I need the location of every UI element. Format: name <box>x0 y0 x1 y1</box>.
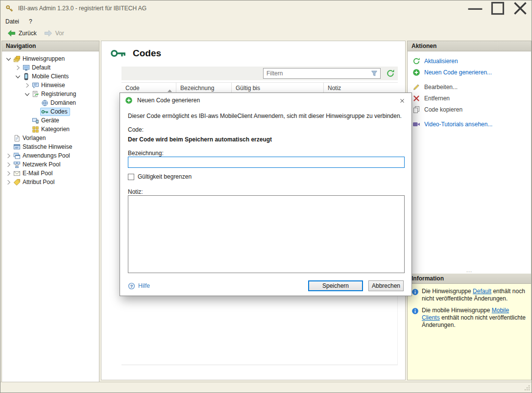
filter-bar <box>121 67 398 80</box>
action-aktualisieren[interactable]: Aktualisieren <box>412 55 531 67</box>
column-header-code[interactable]: Code <box>121 83 176 93</box>
registration-icon <box>32 91 39 98</box>
template-icon <box>13 135 21 142</box>
help-link[interactable]: ? Hilfe <box>128 282 150 290</box>
page-title: Codes <box>133 48 161 59</box>
notiz-textarea[interactable] <box>128 195 405 273</box>
tree-item-label: Domänen <box>50 99 76 106</box>
information-list: Die Hinweisgruppe Default enthält noch n… <box>408 284 531 380</box>
tree-item-content[interactable]: Domänen <box>40 99 78 107</box>
navigation-toolbar: Zurück Vor <box>0 27 532 40</box>
tree-item-content[interactable]: Hinweisgruppen <box>12 55 67 63</box>
chevron-down-icon[interactable] <box>5 55 12 63</box>
tree-item-content[interactable]: Mobile Clients <box>22 72 71 81</box>
action-label: Code kopieren <box>424 106 462 113</box>
tree-item-content[interactable]: E-Mail Pool <box>12 169 55 178</box>
tree-item-content[interactable]: Kategorien <box>31 125 72 134</box>
chevron-down-icon[interactable] <box>14 73 22 80</box>
chevron-right-icon[interactable] <box>5 170 12 177</box>
tree-item-registrierung[interactable]: Registrierung <box>2 90 99 98</box>
attribute-icon <box>13 179 21 186</box>
code-value: Der Code wird beim Speichern automatisch… <box>128 136 272 143</box>
tree-item-vorlagen[interactable]: Vorlagen <box>2 134 99 142</box>
edit-icon <box>412 83 420 91</box>
tree-item-statische-hinweise[interactable]: Statische Hinweise <box>2 142 99 151</box>
filter-input[interactable] <box>264 70 370 77</box>
tree-item-content[interactable]: Vorlagen <box>12 134 48 142</box>
key-icon <box>41 108 48 116</box>
info-icon <box>411 307 419 315</box>
info-link-default[interactable]: Default <box>473 288 491 295</box>
code-label: Code: <box>128 126 144 133</box>
chevron-right-icon[interactable] <box>5 161 12 168</box>
chevron-down-icon[interactable] <box>24 91 31 98</box>
chevron-right-icon[interactable] <box>5 152 12 160</box>
tree-item-codes[interactable]: Codes <box>2 107 99 116</box>
chevron-spacer <box>24 117 31 124</box>
column-header-bezeichnung[interactable]: Bezeichnung <box>176 83 232 93</box>
tree-item-geräte[interactable]: Geräte <box>2 116 99 125</box>
minimize-button[interactable] <box>464 0 486 16</box>
column-header-label: Code <box>125 85 140 92</box>
tree-item-kategorien[interactable]: Kategorien <box>2 125 99 134</box>
tree-item-hinweise[interactable]: Hinweise <box>2 81 99 90</box>
validity-checkbox[interactable] <box>128 174 134 180</box>
tree-item-e-mail-pool[interactable]: E-Mail Pool <box>2 169 99 178</box>
info-icon <box>411 288 419 296</box>
maximize-button[interactable] <box>486 0 509 16</box>
dialog-footer: ? Hilfe Speichern Abbrechen <box>128 280 404 292</box>
action-label: Aktualisieren <box>424 58 458 65</box>
codes-key-icon <box>110 48 126 59</box>
forward-button[interactable]: Vor <box>40 28 68 38</box>
info-text: Die mobile Hinweisgruppe Mobile Clients … <box>422 307 527 329</box>
tree-item-content[interactable]: Netzwerk Pool <box>12 161 63 169</box>
save-button[interactable]: Speichern <box>308 280 363 291</box>
chevron-right-icon[interactable] <box>24 82 31 89</box>
panel-splitter[interactable]: ... <box>408 268 531 272</box>
action-neuen-code-generieren[interactable]: Neuen Code generieren... <box>412 67 531 78</box>
funnel-icon[interactable] <box>370 69 378 77</box>
chevron-spacer <box>33 99 40 107</box>
tree-item-default[interactable]: Default <box>2 63 99 72</box>
tree-item-content[interactable]: Registrierung <box>31 90 78 98</box>
tree-item-anwendungs-pool[interactable]: Anwendungs Pool <box>2 151 99 160</box>
info-link-mobile-clients[interactable]: Mobile Clients <box>422 307 509 321</box>
resize-grip-icon[interactable] <box>524 385 530 391</box>
back-button[interactable]: Zurück <box>3 28 40 38</box>
chevron-right-icon[interactable] <box>5 179 12 186</box>
close-button[interactable] <box>509 0 532 16</box>
tree-item-content[interactable]: Anwendungs Pool <box>12 152 73 160</box>
tree-item-label: Attribut Pool <box>23 179 54 185</box>
tree-item-label: Kategorien <box>41 126 70 133</box>
tree-item-content[interactable]: Default <box>22 64 53 72</box>
tree-item-hinweisgruppen[interactable]: Hinweisgruppen <box>2 54 99 63</box>
codes-table-header: CodeBezeichnungGültig bisNotiz <box>121 82 398 93</box>
action-video-tutorials-ansehen[interactable]: Video-Tutorials ansehen... <box>412 118 531 130</box>
validity-checkbox-row[interactable]: Gültigkeit begrenzen <box>128 173 192 180</box>
tree-item-content[interactable]: Hinweise <box>31 81 68 90</box>
chevron-right-icon[interactable] <box>14 64 22 71</box>
navigation-panel-header: Navigation <box>2 41 99 51</box>
dialog-close-button[interactable] <box>397 96 407 106</box>
bezeichnung-input[interactable] <box>128 157 405 168</box>
title-bar: IBI-aws Admin 1.23.0 - registriert für I… <box>0 0 532 16</box>
tree-item-content[interactable]: Attribut Pool <box>12 178 57 186</box>
column-header-notiz[interactable]: Notiz <box>324 83 398 93</box>
column-header-gültig-bis[interactable]: Gültig bis <box>232 83 324 93</box>
tree-item-domänen[interactable]: Domänen <box>2 98 99 107</box>
app-window: IBI-aws Admin 1.23.0 - registriert für I… <box>0 0 532 393</box>
tree-item-content[interactable]: Statische Hinweise <box>12 143 74 151</box>
cancel-button[interactable]: Abbrechen <box>368 280 404 291</box>
refresh-button[interactable] <box>386 69 395 78</box>
dialog-title: Neuen Code generieren <box>137 97 200 104</box>
new-code-dialog: Neuen Code generieren Dieser Code ermögl… <box>120 92 412 296</box>
tree-item-attribut-pool[interactable]: Attribut Pool <box>2 178 99 186</box>
menu-help[interactable]: ? <box>24 17 37 26</box>
tree-item-content[interactable]: Geräte <box>31 116 62 125</box>
tree-item-netzwerk-pool[interactable]: Netzwerk Pool <box>2 160 99 169</box>
help-icon: ? <box>128 282 135 290</box>
tree-item-content[interactable]: Codes <box>40 108 70 116</box>
menu-datei[interactable]: Datei <box>0 17 24 26</box>
tree-item-mobile-clients[interactable]: Mobile Clients <box>2 72 99 81</box>
domain-icon <box>41 99 48 107</box>
